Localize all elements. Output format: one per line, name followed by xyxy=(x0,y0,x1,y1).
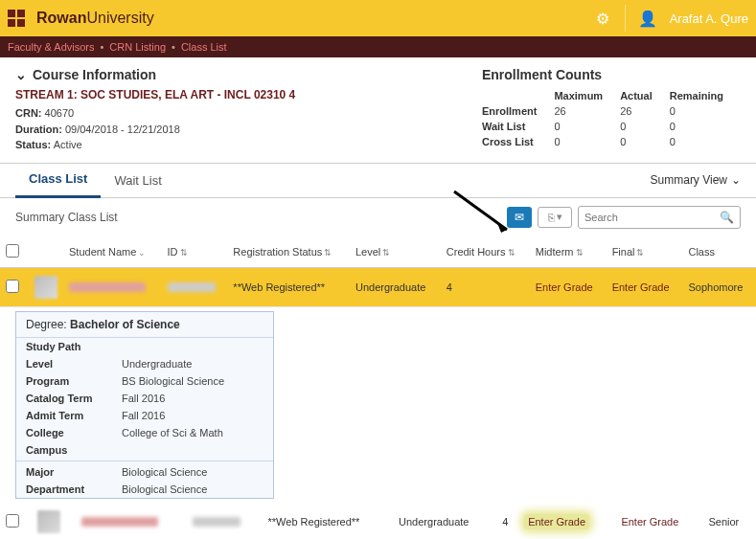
student-table-cont: **Web Registered** Undergraduate 4 Enter… xyxy=(0,503,756,540)
degree-field: ProgramBS Biological Science xyxy=(16,372,273,390)
course-meta: CRN: 40670 Duration: 09/04/2018 - 12/21/… xyxy=(15,105,444,153)
select-all-checkbox[interactable] xyxy=(6,244,19,258)
credit-hours: 4 xyxy=(441,267,530,306)
username[interactable]: Arafat A. Qure xyxy=(670,11,748,26)
brand-light: University xyxy=(86,10,153,26)
level: Undergraduate xyxy=(393,503,496,540)
tab-class-list[interactable]: Class List xyxy=(15,162,101,198)
col-actual: Actual xyxy=(620,88,670,103)
duration-value: 09/04/2018 - 12/21/2018 xyxy=(65,124,180,135)
toolbar: Summary Class List ✉ ⎘▾ 🔍 xyxy=(0,198,756,236)
chevron-down-icon: ⌄ xyxy=(731,173,741,187)
avatar xyxy=(34,276,57,299)
col-id[interactable]: ID⇅ xyxy=(162,236,228,268)
col-reg-status[interactable]: Registration Status⇅ xyxy=(227,236,350,268)
search-icon: 🔍 xyxy=(720,211,734,224)
final-grade-link[interactable]: Enter Grade xyxy=(615,503,702,540)
degree-panel: Degree: Bachelor of ScienceStudy PathLev… xyxy=(15,311,274,499)
col-maximum: Maximum xyxy=(554,88,620,103)
row-enrollment: Enrollment xyxy=(482,103,554,119)
summary-view-toggle[interactable]: Summary View ⌄ xyxy=(651,173,741,187)
crumb-sep: • xyxy=(100,41,103,53)
status-label: Status: xyxy=(15,139,51,150)
midterm-grade-link[interactable]: Enter Grade xyxy=(518,503,615,540)
degree-field: DepartmentBiological Science xyxy=(16,481,273,498)
course-title: STREAM 1: SOC STUDIES, ELA ART - INCL 02… xyxy=(15,88,444,101)
student-name xyxy=(69,282,146,292)
row-checkbox[interactable] xyxy=(6,280,19,293)
degree-field: Admit TermFall 2016 xyxy=(16,407,273,424)
col-credit[interactable]: Credit Hours⇅ xyxy=(441,236,530,268)
crn-label: CRN: xyxy=(15,107,42,119)
student-table: Student Name⌄ ID⇅ Registration Status⇅ L… xyxy=(0,236,756,307)
search-box[interactable]: 🔍 xyxy=(578,206,741,229)
table-row[interactable]: **Web Registered** Undergraduate 4 Enter… xyxy=(0,267,756,306)
crn-value: 40670 xyxy=(45,107,75,119)
class-standing: Senior xyxy=(702,503,756,540)
crumb-1[interactable]: Faculty & Advisors xyxy=(8,41,94,53)
crumb-2[interactable]: CRN Listing xyxy=(109,41,166,53)
breadcrumb: Faculty & Advisors • CRN Listing • Class… xyxy=(0,36,756,57)
search-input[interactable] xyxy=(584,212,720,223)
col-level[interactable]: Level⇅ xyxy=(350,236,441,268)
row-crosslist: Cross List xyxy=(482,134,554,149)
degree-field: MajorBiological Science xyxy=(16,463,273,481)
tab-wait-list[interactable]: Wait List xyxy=(101,164,174,197)
degree-field: LevelUndergraduate xyxy=(16,355,273,372)
col-class[interactable]: Class xyxy=(682,236,756,268)
email-button[interactable]: ✉ xyxy=(507,207,532,228)
info-panel: ⌄ Course Information STREAM 1: SOC STUDI… xyxy=(0,57,756,164)
avatar xyxy=(37,510,60,533)
col-midterm[interactable]: Midterm⇅ xyxy=(530,236,607,268)
course-info-heading: Course Information xyxy=(33,67,156,82)
export-icon: ⎘ xyxy=(548,212,555,223)
table-row[interactable]: **Web Registered** Undergraduate 4 Enter… xyxy=(0,503,756,540)
separator xyxy=(625,5,626,32)
apps-menu-icon[interactable] xyxy=(8,10,25,27)
student-id xyxy=(193,517,241,527)
student-name xyxy=(81,517,158,527)
status-value: Active xyxy=(54,139,82,150)
tabs: Class List Wait List Summary View ⌄ xyxy=(0,164,756,198)
col-final[interactable]: Final⇅ xyxy=(607,236,683,268)
degree-field: CollegeCollege of Sci & Math xyxy=(16,424,273,441)
enrollment-heading: Enrollment Counts xyxy=(482,67,741,82)
mail-icon: ✉ xyxy=(515,211,524,224)
duration-label: Duration: xyxy=(15,124,62,135)
brand-bold: Rowan xyxy=(36,10,86,26)
brand-logo: RowanUniversity xyxy=(36,10,154,27)
summary-view-label: Summary View xyxy=(651,173,727,187)
gear-icon[interactable]: ⚙ xyxy=(594,10,611,27)
top-bar: RowanUniversity ⚙ 👤 Arafat A. Qure xyxy=(0,0,756,36)
enrollment-counts: Enrollment Counts Maximum Actual Remaini… xyxy=(482,67,741,153)
midterm-grade-link[interactable]: Enter Grade xyxy=(530,267,607,306)
row-checkbox[interactable] xyxy=(6,514,19,528)
reg-status: **Web Registered** xyxy=(263,503,394,540)
degree-field: Campus xyxy=(16,441,273,459)
export-button[interactable]: ⎘▾ xyxy=(538,207,572,228)
degree-field: Study Path xyxy=(16,338,273,355)
student-id xyxy=(168,282,216,292)
course-info: ⌄ Course Information STREAM 1: SOC STUDI… xyxy=(15,67,444,153)
credit-hours: 4 xyxy=(496,503,518,540)
chevron-down-icon[interactable]: ⌄ xyxy=(15,67,27,82)
col-student-name[interactable]: Student Name⌄ xyxy=(63,236,162,268)
reg-status: **Web Registered** xyxy=(227,267,350,306)
degree-field: Catalog TermFall 2016 xyxy=(16,390,273,407)
level: Undergraduate xyxy=(350,267,441,306)
crumb-sep: • xyxy=(172,41,175,53)
user-icon[interactable]: 👤 xyxy=(639,10,656,27)
row-waitlist: Wait List xyxy=(482,119,554,134)
crumb-3[interactable]: Class List xyxy=(181,41,227,53)
col-remaining: Remaining xyxy=(670,88,741,103)
final-grade-link[interactable]: Enter Grade xyxy=(607,267,683,306)
class-standing: Sophomore xyxy=(682,267,756,306)
chevron-down-icon: ▾ xyxy=(557,211,562,223)
subtitle: Summary Class List xyxy=(15,211,118,224)
